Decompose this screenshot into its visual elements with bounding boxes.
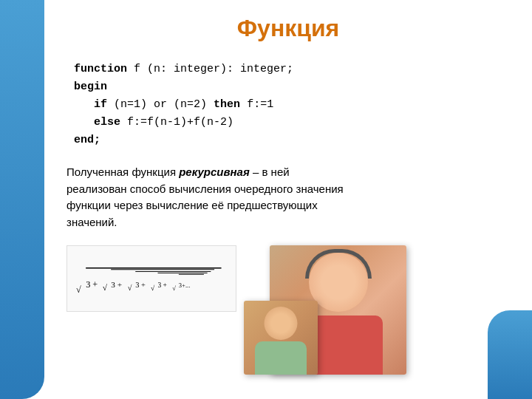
svg-text:3 +: 3 +: [86, 279, 98, 290]
code-line-1: function f (n: integer): integer;: [74, 61, 502, 78]
svg-text:√: √: [76, 284, 81, 295]
svg-text:√: √: [151, 284, 155, 292]
svg-text:3 +: 3 +: [158, 282, 167, 289]
keyword-end: end;: [74, 134, 100, 146]
code-text-1: f (n: integer): integer;: [134, 63, 293, 75]
svg-text:3+...: 3+...: [179, 282, 190, 289]
svg-text:3 +: 3 +: [135, 281, 146, 289]
code-indent2: [74, 116, 87, 129]
code-text-3a: (n=1) or (n=2): [114, 98, 214, 111]
svg-text:√: √: [103, 283, 108, 292]
photo-small-face: [265, 307, 298, 340]
svg-text:√: √: [172, 284, 176, 292]
keyword-else: else: [94, 116, 120, 129]
code-text-4: f:=f(n-1)+f(n-2): [127, 116, 233, 129]
code-indent: [74, 98, 87, 111]
description-text: Полученная функция рекурсивная – в ней р…: [66, 164, 347, 231]
photo-area: [259, 245, 406, 378]
code-block: function f (n: integer): integer; begin …: [66, 57, 510, 153]
code-text-3b: f:=1: [247, 98, 273, 111]
keyword-if: if: [94, 98, 107, 111]
keyword-begin: begin: [74, 81, 107, 93]
desc-bold: рекурсивная: [179, 166, 250, 178]
code-line-2: begin: [74, 78, 502, 96]
desc-before: Полученная функция: [66, 166, 179, 178]
main-content: Функция function f (n: integer): integer…: [44, 0, 532, 399]
page-title: Функция: [66, 15, 510, 42]
math-formula: √ 3 + √ 3 + √ 3 + √ 3 + √ 3+.: [66, 245, 236, 312]
math-svg: √ 3 + √ 3 + √ 3 + √ 3 + √ 3+.: [75, 249, 228, 308]
keyword-then: then: [214, 98, 240, 111]
code-line-3: if (n=1) or (n=2) then f:=1: [74, 96, 502, 114]
left-decoration: [0, 0, 44, 399]
bottom-section: √ 3 + √ 3 + √ 3 + √ 3 + √ 3+.: [66, 245, 510, 378]
svg-text:√: √: [128, 284, 132, 292]
code-line-4: else f:=f(n-1)+f(n-2): [74, 114, 502, 132]
svg-text:3 +: 3 +: [111, 280, 122, 289]
photo-small-body: [255, 341, 307, 375]
photo-small: [244, 301, 318, 375]
code-line-5: end;: [74, 132, 502, 149]
keyword-function: function: [74, 63, 127, 75]
